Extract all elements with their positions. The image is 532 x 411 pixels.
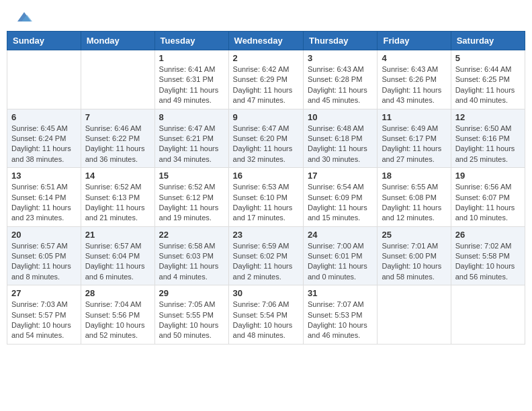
cell-info: Sunrise: 6:57 AM Sunset: 6:04 PM Dayligh… [85,241,150,283]
sunrise-text: Sunrise: 6:52 AM [85,183,142,191]
daylight-text: Daylight: 10 hours and 54 minutes. [11,321,71,339]
header-row: Sunday Monday Tuesday Wednesday Thursday… [7,32,525,50]
sunrise-text: Sunrise: 6:46 AM [85,124,142,132]
daylight-text: Daylight: 11 hours and 32 minutes. [233,144,293,163]
week-row-3: 13 Sunrise: 6:51 AM Sunset: 6:14 PM Dayl… [7,168,525,227]
daylight-text: Daylight: 10 hours and 52 minutes. [85,321,145,339]
sunrise-text: Sunrise: 6:44 AM [455,65,512,73]
day-number: 14 [85,171,150,181]
cell-info: Sunrise: 6:49 AM Sunset: 6:17 PM Dayligh… [382,124,446,165]
sunrise-text: Sunrise: 6:59 AM [233,242,290,250]
cell-info: Sunrise: 6:55 AM Sunset: 6:08 PM Dayligh… [382,182,446,224]
day-number: 30 [233,288,299,298]
cell-w2-d5: 11 Sunrise: 6:49 AM Sunset: 6:17 PM Dayl… [378,109,451,168]
day-number: 12 [455,112,521,122]
day-number: 4 [382,53,446,63]
daylight-text: Daylight: 11 hours and 40 minutes. [455,86,515,104]
cell-w1-d4: 3 Sunrise: 6:43 AM Sunset: 6:28 PM Dayli… [304,50,378,109]
cell-w5-d2: 29 Sunrise: 7:05 AM Sunset: 5:55 PM Dayl… [154,285,228,345]
daylight-text: Daylight: 11 hours and 6 minutes. [85,262,145,280]
sunset-text: Sunset: 6:02 PM [233,252,287,260]
sunrise-text: Sunrise: 7:06 AM [233,300,290,308]
sunset-text: Sunset: 6:03 PM [159,252,214,260]
day-number: 26 [455,230,521,240]
day-number: 8 [159,112,224,122]
header-thursday: Thursday [304,32,378,50]
daylight-text: Daylight: 11 hours and 21 minutes. [85,203,145,222]
sunset-text: Sunset: 6:29 PM [233,75,287,83]
daylight-text: Daylight: 11 hours and 10 minutes. [455,203,515,222]
sunset-text: Sunset: 6:14 PM [11,193,66,201]
daylight-text: Daylight: 11 hours and 38 minutes. [11,144,71,163]
cell-w2-d2: 8 Sunrise: 6:47 AM Sunset: 6:21 PM Dayli… [154,109,228,168]
sunset-text: Sunset: 6:09 PM [308,193,362,201]
daylight-text: Daylight: 11 hours and 19 minutes. [159,203,219,222]
cell-info: Sunrise: 6:43 AM Sunset: 6:28 PM Dayligh… [308,64,373,106]
daylight-text: Daylight: 11 hours and 43 minutes. [382,86,441,104]
day-number: 2 [233,53,299,63]
day-number: 13 [11,171,77,181]
logo-icon [15,9,34,24]
sunset-text: Sunset: 5:56 PM [85,311,140,319]
daylight-text: Daylight: 11 hours and 34 minutes. [159,144,219,163]
sunset-text: Sunset: 6:13 PM [85,193,140,201]
cell-w2-d3: 9 Sunrise: 6:47 AM Sunset: 6:20 PM Dayli… [228,109,303,168]
sunrise-text: Sunrise: 7:04 AM [85,300,142,308]
day-number: 25 [382,230,446,240]
sunset-text: Sunset: 6:28 PM [308,75,362,83]
cell-w1-d2: 1 Sunrise: 6:41 AM Sunset: 6:31 PM Dayli… [154,50,228,109]
daylight-text: Daylight: 10 hours and 50 minutes. [159,321,219,339]
cell-w5-d0: 27 Sunrise: 7:03 AM Sunset: 5:57 PM Dayl… [7,285,81,345]
sunrise-text: Sunrise: 6:52 AM [159,183,216,191]
cell-info: Sunrise: 7:05 AM Sunset: 5:55 PM Dayligh… [159,300,224,341]
cell-info: Sunrise: 6:43 AM Sunset: 6:26 PM Dayligh… [382,64,446,106]
cell-w2-d0: 6 Sunrise: 6:45 AM Sunset: 6:24 PM Dayli… [7,109,81,168]
cell-info: Sunrise: 6:44 AM Sunset: 6:25 PM Dayligh… [455,64,521,106]
cell-w2-d6: 12 Sunrise: 6:50 AM Sunset: 6:16 PM Dayl… [451,109,525,168]
week-row-4: 20 Sunrise: 6:57 AM Sunset: 6:05 PM Dayl… [7,226,525,285]
sunrise-text: Sunrise: 7:02 AM [455,242,512,250]
sunrise-text: Sunrise: 6:51 AM [11,183,68,191]
daylight-text: Daylight: 11 hours and 17 minutes. [233,203,293,222]
cell-w1-d1 [81,50,154,109]
day-number: 29 [159,288,224,298]
daylight-text: Daylight: 11 hours and 4 minutes. [159,262,219,280]
day-number: 22 [159,230,224,240]
cell-info: Sunrise: 6:48 AM Sunset: 6:18 PM Dayligh… [308,124,373,165]
sunset-text: Sunset: 6:08 PM [382,193,436,201]
daylight-text: Daylight: 10 hours and 56 minutes. [455,262,515,280]
cell-info: Sunrise: 6:45 AM Sunset: 6:24 PM Dayligh… [11,124,77,165]
cell-info: Sunrise: 7:04 AM Sunset: 5:56 PM Dayligh… [85,300,150,341]
day-number: 27 [11,288,77,298]
cell-info: Sunrise: 6:57 AM Sunset: 6:05 PM Dayligh… [11,241,77,283]
week-row-5: 27 Sunrise: 7:03 AM Sunset: 5:57 PM Dayl… [7,285,525,345]
sunset-text: Sunset: 5:58 PM [455,252,510,260]
cell-info: Sunrise: 6:46 AM Sunset: 6:22 PM Dayligh… [85,124,150,165]
daylight-text: Daylight: 11 hours and 25 minutes. [455,144,515,163]
sunset-text: Sunset: 6:17 PM [382,134,436,142]
cell-info: Sunrise: 7:06 AM Sunset: 5:54 PM Dayligh… [233,300,299,341]
sunrise-text: Sunrise: 7:03 AM [11,300,68,308]
daylight-text: Daylight: 10 hours and 48 minutes. [233,321,293,339]
cell-w4-d4: 24 Sunrise: 7:00 AM Sunset: 6:01 PM Dayl… [304,226,378,285]
header-saturday: Saturday [451,32,525,50]
sunrise-text: Sunrise: 7:05 AM [159,300,216,308]
daylight-text: Daylight: 10 hours and 58 minutes. [382,262,441,280]
day-number: 11 [382,112,446,122]
calendar-body: 1 Sunrise: 6:41 AM Sunset: 6:31 PM Dayli… [7,50,525,345]
day-number: 5 [455,53,521,63]
cell-w2-d1: 7 Sunrise: 6:46 AM Sunset: 6:22 PM Dayli… [81,109,154,168]
sunset-text: Sunset: 5:55 PM [159,311,214,319]
sunset-text: Sunset: 6:00 PM [382,252,436,260]
sunrise-text: Sunrise: 6:57 AM [85,242,142,250]
cell-info: Sunrise: 7:01 AM Sunset: 6:00 PM Dayligh… [382,241,446,283]
sunrise-text: Sunrise: 6:45 AM [11,124,68,132]
header-sunday: Sunday [7,32,81,50]
sunset-text: Sunset: 6:16 PM [455,134,510,142]
calendar-table: Sunday Monday Tuesday Wednesday Thursday… [7,31,525,345]
day-number: 1 [159,53,224,63]
day-number: 23 [233,230,299,240]
cell-w3-d4: 17 Sunrise: 6:54 AM Sunset: 6:09 PM Dayl… [304,168,378,227]
cell-info: Sunrise: 6:47 AM Sunset: 6:21 PM Dayligh… [159,124,224,165]
sunset-text: Sunset: 6:18 PM [308,134,362,142]
